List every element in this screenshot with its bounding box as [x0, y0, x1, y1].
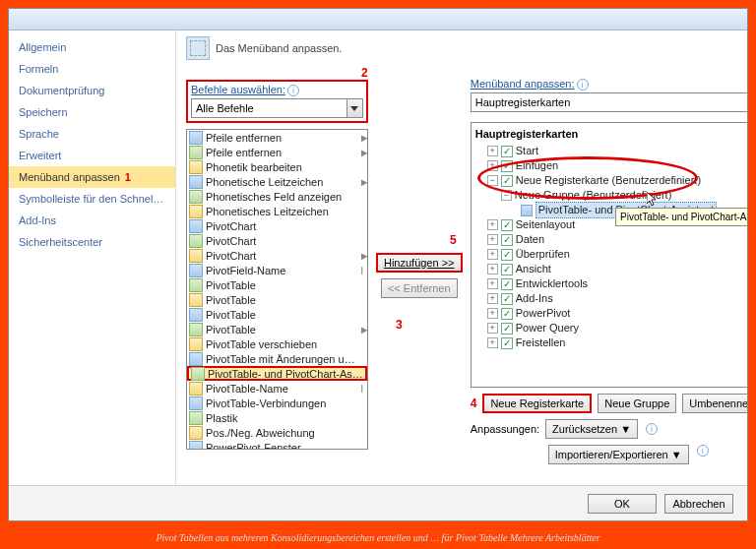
new-group-button[interactable]: Neue Gruppe — [598, 394, 676, 413]
cancel-button[interactable]: Abbrechen — [664, 494, 733, 514]
checkbox[interactable]: ✓ — [501, 323, 513, 335]
expand-toggle[interactable]: + — [487, 278, 498, 289]
expand-toggle[interactable]: + — [487, 234, 498, 245]
checkbox[interactable]: ✓ — [501, 337, 513, 349]
sidebar-item[interactable]: Add-Ins — [9, 210, 175, 231]
tree-node[interactable]: −Neue Gruppe (Benutzerdefiniert) — [473, 188, 747, 203]
import-export-button[interactable]: Importieren/Exportieren ▼ — [548, 445, 689, 464]
info-icon[interactable]: i — [577, 79, 589, 91]
checkbox[interactable]: ✓ — [501, 234, 513, 246]
tree-label: Einfügen — [516, 158, 558, 173]
ok-button[interactable]: OK — [588, 494, 657, 514]
command-item[interactable]: Phonetische Leitzeichen► — [187, 174, 367, 189]
command-icon — [189, 234, 203, 248]
checkbox[interactable]: ✓ — [501, 249, 513, 261]
sidebar-item[interactable]: Speichern — [9, 101, 175, 123]
info-icon[interactable]: i — [697, 445, 709, 457]
tree-node[interactable]: +✓Ansicht — [473, 262, 747, 276]
tree-node[interactable]: +✓Freistellen — [473, 336, 747, 350]
tree-node[interactable]: +✓Überprüfen — [473, 247, 747, 262]
tree-node[interactable]: +✓Einfügen — [473, 158, 747, 173]
checkbox[interactable]: ✓ — [501, 308, 513, 320]
tree-node[interactable]: +✓Daten — [473, 232, 747, 247]
tree-node[interactable]: +✓Start — [473, 144, 747, 158]
command-item[interactable]: PivotTable verschieben — [187, 336, 367, 351]
expand-toggle[interactable]: + — [487, 146, 498, 156]
add-button[interactable]: Hinzufügen >> — [376, 253, 463, 273]
expand-toggle[interactable]: + — [487, 219, 498, 230]
command-item[interactable]: PivotTable — [187, 292, 367, 307]
sidebar-item[interactable]: Erweitert — [9, 145, 175, 166]
expand-toggle[interactable]: + — [487, 249, 498, 260]
tree-node[interactable]: +✓Power Query — [473, 321, 747, 336]
info-icon[interactable]: i — [287, 85, 299, 96]
command-item[interactable]: Phonetisches Leitzeichen — [187, 204, 367, 218]
command-label: PivotTable — [206, 279, 365, 291]
checkbox[interactable]: ✓ — [501, 293, 513, 305]
tree-node[interactable]: +✓Add-Ins — [473, 291, 747, 306]
command-item[interactable]: Pos./Neg. Abweichung — [187, 425, 367, 440]
remove-button[interactable]: << Entfernen — [381, 278, 458, 298]
checkbox[interactable]: ✓ — [501, 264, 513, 275]
choose-commands-label[interactable]: Befehle auswählen: — [191, 84, 285, 95]
expand-toggle[interactable]: + — [487, 308, 498, 319]
checkbox[interactable]: ✓ — [501, 278, 513, 290]
command-label: Pfeile entfernen — [206, 132, 356, 144]
reset-button[interactable]: Zurücksetzen ▼ — [545, 419, 638, 439]
expand-toggle[interactable]: + — [487, 293, 498, 304]
expand-toggle[interactable]: + — [487, 323, 498, 334]
command-item[interactable]: PivotChart — [187, 233, 367, 248]
new-tab-button[interactable]: Neue Registerkarte — [482, 394, 592, 413]
checkbox[interactable]: ✓ — [501, 146, 513, 157]
command-item[interactable]: Plastik — [187, 410, 367, 425]
command-label: Pfeile entfernen — [206, 147, 356, 158]
command-item[interactable]: PivotTable — [187, 307, 367, 322]
command-item[interactable]: Pfeile entfernen► — [187, 145, 367, 159]
command-item[interactable]: PivotChart► — [187, 248, 367, 263]
command-item[interactable]: PivotTable — [187, 277, 367, 292]
tree-label: Neue Registerkarte (Benutzerdefiniert) — [516, 173, 701, 188]
expand-toggle[interactable]: − — [501, 190, 512, 201]
checkbox[interactable]: ✓ — [501, 219, 513, 231]
commands-listbox[interactable]: Pfeile entfernen►Pfeile entfernen►Phonet… — [186, 129, 368, 450]
expand-toggle[interactable]: + — [487, 160, 498, 171]
command-item[interactable]: Phonetisches Feld anzeigen — [187, 189, 367, 204]
checkbox[interactable]: ✓ — [501, 175, 513, 187]
expand-toggle[interactable]: + — [487, 264, 498, 274]
command-item[interactable]: PivotChart — [187, 218, 367, 233]
command-item[interactable]: PivotTable mit Änderungen u… — [187, 351, 367, 366]
command-item[interactable]: Pfeile entfernen► — [187, 130, 367, 145]
sidebar-item[interactable]: Formeln — [9, 58, 175, 80]
command-item[interactable]: Phonetik bearbeiten — [187, 159, 367, 174]
tree-node[interactable]: −✓Neue Registerkarte (Benutzerdefiniert) — [473, 173, 747, 188]
choose-commands-dropdown[interactable]: Alle Befehle — [191, 98, 363, 118]
expand-toggle[interactable]: − — [487, 175, 498, 186]
command-label: PivotChart — [206, 235, 365, 247]
sidebar-item[interactable]: Symbolleiste für den Schnellzugriff — [9, 188, 175, 210]
checkbox[interactable]: ✓ — [501, 160, 513, 172]
customize-ribbon-label[interactable]: Menüband anpassen: — [471, 78, 575, 90]
sidebar-item[interactable]: Dokumentprüfung — [9, 80, 175, 101]
command-item[interactable]: PivotField-NameI — [187, 263, 367, 277]
expand-toggle[interactable]: + — [487, 337, 498, 348]
command-item[interactable]: PivotTable-NameI — [187, 381, 367, 396]
sidebar-item[interactable]: Sicherheitscenter — [9, 231, 175, 253]
command-item[interactable]: PivotTable► — [187, 322, 367, 336]
customize-ribbon-dropdown[interactable]: Hauptregisterkarten — [471, 92, 747, 112]
sidebar-item[interactable]: Sprache — [9, 123, 175, 145]
info-icon[interactable]: i — [646, 423, 658, 435]
command-item[interactable]: PowerPivot-Fenster — [187, 440, 367, 450]
rename-button[interactable]: Umbenennen... — [682, 394, 747, 413]
sidebar-item[interactable]: Allgemein — [9, 36, 175, 58]
command-icon — [189, 264, 203, 277]
command-label: Phonetik bearbeiten — [206, 161, 365, 173]
sidebar-item[interactable]: Menüband anpassen 1 — [9, 166, 175, 188]
command-icon — [189, 175, 203, 189]
tree-node[interactable]: +✓Entwicklertools — [473, 276, 747, 291]
tree-node[interactable]: +✓PowerPivot — [473, 306, 747, 321]
chevron-down-icon[interactable] — [346, 99, 362, 117]
command-item[interactable]: PivotTable- und PivotChart-As… — [187, 366, 367, 381]
ribbon-tree[interactable]: Hauptregisterkarten PivotTable- und Pivo… — [471, 122, 747, 388]
command-item[interactable]: PivotTable-Verbindungen — [187, 396, 367, 410]
tree-label: Seitenlayout — [516, 217, 576, 232]
